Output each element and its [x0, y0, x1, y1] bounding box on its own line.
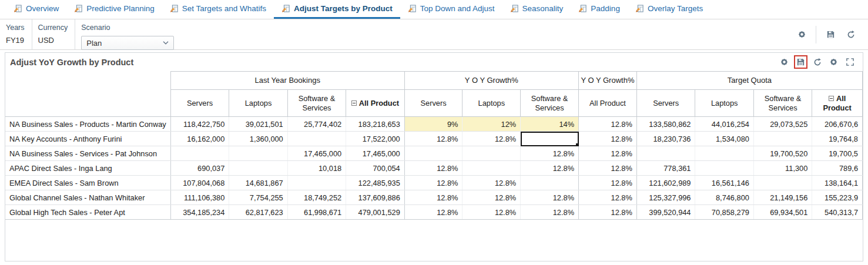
grid-cell[interactable]: 12.8% [521, 190, 579, 205]
grid-cell[interactable]: 61,998,671 [287, 205, 346, 220]
tab-predictive-planning[interactable]: Predictive Planning [66, 0, 162, 19]
grid-cell[interactable]: 540,313,7 [812, 205, 863, 220]
grid-cell[interactable]: 12.8% [463, 176, 521, 190]
grid-cell[interactable]: 12.8% [579, 176, 637, 190]
grid-cell[interactable]: 122,485,935 [346, 176, 405, 190]
grid-cell[interactable] [229, 146, 287, 161]
grid-cell[interactable]: 12.8% [463, 190, 521, 205]
grid-cell[interactable]: 12.8% [521, 161, 579, 176]
grid-cell[interactable]: 778,361 [636, 161, 695, 176]
grid-cell[interactable]: 12.8% [521, 146, 579, 161]
grid-cell[interactable]: 16,162,000 [170, 132, 229, 146]
grid-cell[interactable]: 9% [404, 117, 463, 132]
grid-cell[interactable]: 700,054 [346, 161, 405, 176]
grid-cell[interactable]: 121,602,989 [636, 176, 695, 190]
grid-cell[interactable]: 19,764,8 [812, 132, 863, 146]
row-label[interactable]: Global High Tech Sales - Peter Apt [5, 205, 170, 220]
grid-cell[interactable]: 17,465,000 [287, 146, 346, 161]
grid-cell[interactable]: 111,106,380 [170, 190, 229, 205]
tab-overview[interactable]: Overview [6, 0, 66, 19]
grid-cell[interactable]: 1,360,000 [229, 132, 287, 146]
tab-adjust-targets-by-product[interactable]: Adjust Targets by Product [274, 0, 400, 19]
grid-cell[interactable]: 19,700,520 [753, 146, 812, 161]
grid-cell[interactable]: 1,534,080 [695, 132, 753, 146]
grid-cell[interactable]: 354,185,234 [170, 205, 229, 220]
row-label[interactable]: NA Business Sales - Products - Martin Co… [5, 117, 170, 132]
grid-cell[interactable]: 8,746,800 [695, 190, 753, 205]
row-label[interactable]: Global Channel Sales - Nathan Whitaker [5, 190, 170, 205]
row-label[interactable]: APAC Direct Sales - Inga Lang [5, 161, 170, 176]
grid-cell[interactable] [753, 176, 812, 190]
grid-cell[interactable]: 12.8% [579, 161, 637, 176]
settings-icon[interactable] [795, 28, 808, 41]
scenario-select[interactable]: Plan [81, 36, 174, 50]
grid-cell[interactable]: 183,218,653 [346, 117, 405, 132]
settings-icon[interactable] [779, 56, 790, 68]
row-label[interactable]: EMEA Direct Sales - Sam Brown [5, 176, 170, 190]
save-icon[interactable] [824, 28, 837, 41]
refresh-icon[interactable] [844, 28, 857, 41]
grid-cell[interactable]: 12.8% [404, 176, 463, 190]
collapse-icon[interactable] [351, 100, 357, 106]
grid-cell[interactable]: 16,561,146 [695, 176, 753, 190]
grid-cell[interactable] [287, 132, 346, 146]
grid-cell[interactable]: 118,422,750 [170, 117, 229, 132]
grid-cell[interactable]: 12.8% [404, 132, 463, 146]
grid-cell[interactable]: 18,230,736 [636, 132, 695, 146]
grid-cell[interactable]: 14% [521, 117, 579, 132]
grid-cell[interactable]: 690,037 [170, 161, 229, 176]
tab-seasonality[interactable]: Seasonality [502, 0, 571, 19]
refresh-icon[interactable] [812, 56, 823, 68]
grid-cell[interactable]: 17,522,000 [346, 132, 405, 146]
grid-cell[interactable]: 12.8% [579, 205, 637, 220]
grid-cell[interactable]: 10,018 [287, 161, 346, 176]
grid-cell[interactable] [229, 161, 287, 176]
grid-cell[interactable]: 29,073,525 [753, 117, 812, 132]
tab-padding[interactable]: Padding [571, 0, 628, 19]
grid-cell[interactable]: 70,858,279 [695, 205, 753, 220]
maximize-icon[interactable] [844, 56, 856, 68]
row-label[interactable]: NA Key Accounts - Anthony Furini [5, 132, 170, 146]
grid-cell[interactable]: 125,327,996 [636, 190, 695, 205]
grid-cell[interactable]: 12.8% [404, 190, 463, 205]
tab-top-down-and-adjust[interactable]: Top Down and Adjust [400, 0, 502, 19]
row-label[interactable]: NA Business Sales - Services - Pat Johns… [5, 146, 170, 161]
grid-cell[interactable]: 19,700,5 [812, 146, 863, 161]
grid-cell[interactable]: 12.8% [404, 205, 463, 220]
grid-cell[interactable]: 155,223,9 [812, 190, 863, 205]
grid-cell[interactable] [695, 146, 753, 161]
grid-cell[interactable]: 12.8% [463, 132, 521, 146]
grid-cell[interactable]: 12.8% [463, 205, 521, 220]
grid-cell[interactable]: 7,754,255 [229, 190, 287, 205]
save-icon[interactable] [795, 56, 806, 68]
grid-cell[interactable]: 25,774,402 [287, 117, 346, 132]
grid-cell[interactable]: 12.8% [579, 117, 637, 132]
grid-cell[interactable]: 44,016,254 [695, 117, 753, 132]
grid-cell[interactable]: 12.8% [404, 161, 463, 176]
grid-cell[interactable]: 12.8% [579, 190, 637, 205]
grid-cell[interactable]: 21,149,156 [753, 190, 812, 205]
grid-cell[interactable]: 14,681,867 [229, 176, 287, 190]
grid-cell[interactable] [636, 146, 695, 161]
grid-cell[interactable]: 12.8% [579, 132, 637, 146]
collapse-icon[interactable] [829, 96, 834, 101]
grid-cell[interactable]: 206,670,6 [812, 117, 863, 132]
tab-set-targets-and-whatifs[interactable]: Set Targets and Whatifs [162, 0, 274, 19]
grid-cell[interactable] [404, 146, 463, 161]
grid-cell[interactable]: 479,001,529 [346, 205, 405, 220]
grid-cell[interactable]: 107,804,068 [170, 176, 229, 190]
grid-cell[interactable] [753, 132, 812, 146]
grid-cell[interactable] [287, 176, 346, 190]
grid-cell[interactable]: 12% [463, 117, 521, 132]
grid-cell[interactable]: 39,021,501 [229, 117, 287, 132]
grid-cell[interactable]: 789,6 [812, 161, 863, 176]
grid-cell[interactable] [463, 146, 521, 161]
grid-cell[interactable]: 138,164,1 [812, 176, 863, 190]
grid-cell[interactable]: 137,609,886 [346, 190, 405, 205]
grid-cell[interactable] [170, 146, 229, 161]
grid-cell[interactable]: 69,934,501 [753, 205, 812, 220]
grid-cell[interactable]: 12.8% [579, 146, 637, 161]
grid-cell[interactable] [695, 161, 753, 176]
grid-cell[interactable]: 18,749,252 [287, 190, 346, 205]
grid-cell[interactable] [521, 132, 579, 146]
